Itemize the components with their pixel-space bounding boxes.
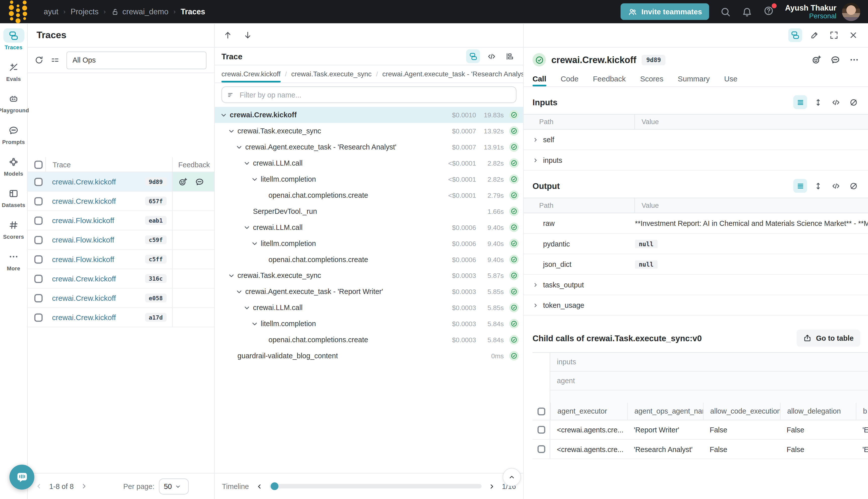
wandb-logo[interactable] (9, 0, 27, 23)
chevron-down-icon[interactable] (250, 239, 259, 248)
comment-icon[interactable] (830, 55, 840, 65)
row-checkbox[interactable] (34, 197, 43, 205)
kv-row-raw[interactable]: raw**Investment Report: AI in Chemical a… (524, 213, 868, 234)
trace-tree-row[interactable]: openai.chat.completions.create$0.00035.8… (215, 332, 523, 348)
code-view-button[interactable] (484, 49, 498, 63)
tab-summary[interactable]: Summary (678, 71, 710, 86)
expand-rows-button[interactable] (811, 179, 825, 193)
row-checkbox[interactable] (34, 313, 43, 321)
trace-tree-row[interactable]: crewai.LLM.call$0.00069.40s (215, 219, 523, 235)
sidebar-item-datasets[interactable]: Datasets (2, 186, 25, 208)
trace-op-name[interactable]: crewai.Crew.kickoff (52, 313, 145, 321)
table-row[interactable]: crewai.Crew.kickoff9d89 (28, 172, 214, 192)
chevron-down-icon[interactable] (227, 126, 236, 135)
select-all-checkbox[interactable] (537, 407, 545, 415)
path-tab[interactable]: crewai.Crew.kickoff (222, 65, 281, 82)
kv-row-inputs[interactable]: inputs (524, 150, 868, 171)
avatar[interactable] (842, 2, 860, 21)
chevron-down-icon[interactable] (227, 271, 236, 280)
trace-tree-row[interactable]: crewai.Task.execute_sync$0.000713.92s (215, 123, 523, 139)
tab-call[interactable]: Call (532, 71, 546, 86)
breadcrumb-item-Projects[interactable]: Projects (71, 7, 98, 16)
invite-teammates-button[interactable]: Invite teammates (620, 3, 709, 20)
row-checkbox[interactable] (34, 255, 43, 263)
more-icon[interactable] (849, 55, 859, 65)
search-icon[interactable] (720, 6, 731, 17)
chevron-right-icon[interactable] (532, 157, 539, 164)
chevron-right-icon[interactable] (532, 281, 539, 289)
scroll-top-button[interactable] (503, 468, 521, 486)
trace-tree-row[interactable]: crewai.LLM.call$0.00035.85s (215, 300, 523, 316)
column-header-agent_ops_agent_nan[interactable]: agent_ops_agent_nan (627, 402, 703, 419)
tab-scores[interactable]: Scores (640, 71, 664, 86)
timeline-track[interactable] (270, 484, 482, 488)
table-row[interactable]: crewai.Crew.kickoffa17d (28, 308, 214, 327)
trace-tree-row[interactable]: litellm.completion<$0.00012.82s (215, 171, 523, 187)
flame-view-button[interactable] (503, 49, 516, 63)
table-row[interactable]: crewai.Flow.kickoffc5ff (28, 250, 214, 269)
trace-tree-row[interactable]: guardrail-validate_blog_content0ms (215, 348, 523, 364)
user-menu[interactable]: Ayush Thakur Personal (785, 2, 860, 21)
kv-row-self[interactable]: self (524, 130, 868, 150)
tab-code[interactable]: Code (561, 71, 579, 86)
refresh-icon[interactable] (34, 55, 44, 64)
kv-row-token_usage[interactable]: token_usage (524, 295, 868, 316)
trace-tree-row[interactable]: crewai.Agent.execute_task - 'Report Writ… (215, 283, 523, 300)
trace-op-name[interactable]: crewai.Crew.kickoff (52, 178, 145, 186)
breadcrumb-item-Traces[interactable]: Traces (181, 7, 205, 16)
op-filter-input[interactable] (239, 90, 511, 99)
chevron-down-icon[interactable] (243, 303, 251, 312)
row-checkbox[interactable] (34, 216, 43, 224)
column-header-allow_delegation[interactable]: allow_delegation (780, 402, 856, 419)
row-checkbox[interactable] (34, 236, 43, 244)
sidebar-item-more[interactable]: More (3, 249, 24, 271)
trace-tree-row[interactable]: litellm.completion$0.00069.40s (215, 235, 523, 252)
chevron-down-icon[interactable] (219, 111, 228, 119)
table-row[interactable]: crewai.Flow.kickoffeab1 (28, 211, 214, 230)
timeline-prev-button[interactable] (255, 482, 263, 490)
arrow-down-icon[interactable] (243, 31, 252, 40)
path-tab[interactable]: crewai.Task.execute_sync (292, 65, 372, 82)
expand-button[interactable] (827, 28, 841, 42)
chat-widget-button[interactable] (9, 465, 34, 489)
column-header-b[interactable]: b (856, 402, 868, 419)
trace-op-name[interactable]: crewai.Crew.kickoff (52, 275, 145, 283)
chevron-down-icon[interactable] (250, 175, 259, 183)
expand-rows-button[interactable] (811, 95, 825, 109)
chevron-down-icon[interactable] (243, 159, 251, 167)
trace-op-name[interactable]: crewai.Flow.kickoff (52, 236, 145, 244)
chevron-right-icon[interactable] (532, 302, 539, 309)
table-row[interactable]: <crewai.agents.cre...'Research Analyst'F… (532, 440, 868, 459)
emoji-add-icon[interactable] (811, 55, 821, 65)
kv-row-tasks_output[interactable]: tasks_output (524, 275, 868, 295)
list-view-button[interactable] (793, 95, 807, 109)
next-page-button[interactable] (80, 482, 89, 491)
sidebar-item-evals[interactable]: Evals (3, 60, 24, 82)
chevron-down-icon[interactable] (235, 287, 244, 296)
breadcrumb-item-ayut[interactable]: ayut (44, 7, 58, 16)
table-row[interactable]: <crewai.agents.cre...'Report Writer'Fals… (532, 421, 868, 440)
columns-icon[interactable] (50, 55, 60, 64)
call-id-badge[interactable]: 9d89 (642, 54, 666, 65)
hide-button[interactable] (846, 95, 860, 109)
row-checkbox[interactable] (34, 275, 43, 283)
notifications-icon[interactable] (742, 6, 753, 17)
trace-op-name[interactable]: crewai.Crew.kickoff (52, 294, 145, 302)
table-row[interactable]: crewai.Crew.kickoff316c (28, 269, 214, 289)
emoji-add-icon[interactable] (178, 177, 188, 186)
trace-tree-row[interactable]: crewai.Agent.execute_task - 'Research An… (215, 139, 523, 155)
tree-view-button[interactable] (466, 49, 480, 63)
arrow-up-icon[interactable] (223, 31, 232, 40)
list-view-button[interactable] (793, 179, 807, 193)
row-checkbox[interactable] (537, 445, 545, 453)
sidebar-item-models[interactable]: Models (3, 155, 24, 177)
breadcrumb-item-crewai_demo[interactable]: crewai_demo (111, 7, 169, 16)
edit-button[interactable] (808, 28, 821, 42)
trace-tree-row[interactable]: crewai.Task.execute_sync$0.00035.87s (215, 268, 523, 284)
timeline-next-button[interactable] (487, 482, 496, 490)
ops-filter-select[interactable]: All Ops (66, 51, 207, 69)
sidebar-item-prompts[interactable]: Prompts (2, 123, 25, 145)
trace-tree-row[interactable]: crewai.Crew.kickoff$0.001019.83s (215, 107, 523, 123)
trace-op-name[interactable]: crewai.Flow.kickoff (52, 216, 145, 224)
close-button[interactable] (846, 28, 860, 42)
